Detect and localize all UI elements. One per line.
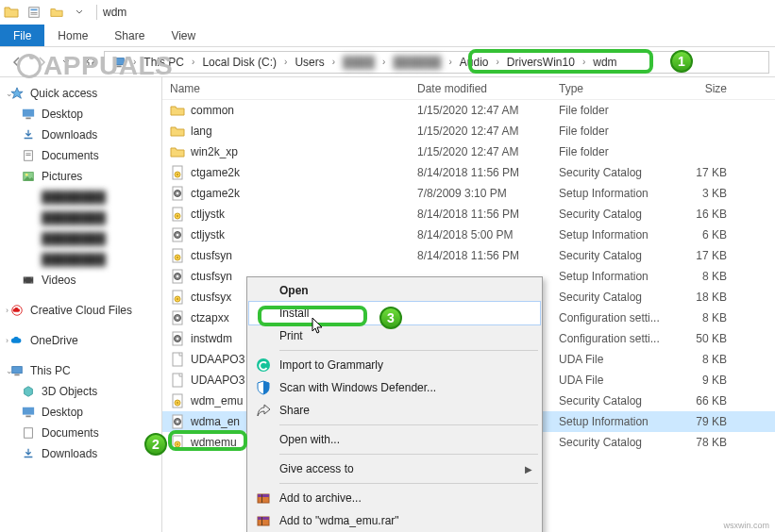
file-type: UDA File bbox=[559, 353, 680, 366]
sidebar-pictures[interactable]: Pictures bbox=[0, 166, 161, 187]
sidebar-downloads2[interactable]: Downloads bbox=[0, 443, 161, 464]
sidebar-desktop2[interactable]: Desktop bbox=[0, 402, 161, 423]
crumb-pc-icon[interactable] bbox=[107, 56, 131, 69]
col-name[interactable]: Name bbox=[162, 82, 417, 95]
sidebar-downloads[interactable]: Downloads bbox=[0, 125, 161, 145]
cm-open[interactable]: Open bbox=[249, 279, 540, 302]
table-row[interactable]: win2k_xp1/15/2020 12:47 AMFile folder bbox=[162, 141, 775, 162]
file-name: wdm_emu bbox=[191, 394, 243, 407]
crumb-redacted-2[interactable]: ██████ bbox=[387, 56, 446, 69]
crumb-thispc[interactable]: This PC bbox=[138, 56, 190, 69]
file-size: 3 KB bbox=[680, 187, 736, 200]
table-row[interactable]: lang1/15/2020 12:47 AMFile folder bbox=[162, 121, 775, 141]
svg-rect-52 bbox=[173, 374, 182, 387]
file-date: 8/14/2018 11:56 PM bbox=[417, 166, 559, 179]
svg-point-44 bbox=[177, 298, 178, 300]
chevron-down-icon[interactable]: ⌄ bbox=[6, 89, 13, 98]
file-size: 17 KB bbox=[680, 166, 736, 179]
file-type: File folder bbox=[559, 125, 680, 138]
file-type: Configuration setti... bbox=[559, 332, 680, 345]
file-type: File folder bbox=[559, 104, 680, 117]
tab-view[interactable]: View bbox=[158, 25, 209, 46]
desktop-icon bbox=[21, 107, 36, 122]
table-row[interactable]: ctljystk8/14/2018 5:00 PMSetup Informati… bbox=[162, 224, 775, 245]
sidebar-desktop[interactable]: Desktop bbox=[0, 104, 161, 125]
table-row[interactable]: ctgame2k7/8/2009 3:10 PMSetup Informatio… bbox=[162, 183, 775, 204]
sidebar-redacted-4[interactable]: ████████ bbox=[0, 249, 161, 270]
svg-rect-23 bbox=[25, 428, 33, 439]
table-row[interactable]: ctusfsyn8/14/2018 11:56 PMSecurity Catal… bbox=[162, 245, 775, 266]
sidebar-creativecloud[interactable]: ›Creative Cloud Files bbox=[0, 300, 161, 321]
svg-rect-22 bbox=[25, 416, 30, 418]
forward-button[interactable] bbox=[30, 51, 53, 74]
cm-openwith[interactable]: Open with... bbox=[249, 428, 540, 451]
file-name: common bbox=[191, 104, 234, 117]
annotation-badge-2: 2 bbox=[144, 433, 167, 456]
new-folder-icon[interactable] bbox=[49, 5, 64, 20]
file-icon bbox=[170, 373, 185, 388]
crumb-users[interactable]: Users bbox=[289, 56, 329, 69]
sidebar-documents[interactable]: Documents bbox=[0, 145, 161, 166]
svg-rect-14 bbox=[25, 277, 26, 278]
cm-share[interactable]: Share bbox=[249, 399, 540, 422]
file-icon bbox=[170, 207, 185, 222]
file-name: ctusfsyx bbox=[191, 291, 231, 304]
qat-dropdown-icon[interactable] bbox=[72, 5, 87, 20]
sidebar-redacted-1[interactable]: ████████ bbox=[0, 187, 161, 208]
col-date[interactable]: Date modified bbox=[417, 82, 559, 95]
chevron-down-icon[interactable]: ⌄ bbox=[6, 366, 13, 375]
sidebar-onedrive[interactable]: ›OneDrive bbox=[0, 330, 161, 351]
cm-giveaccess[interactable]: Give access to▶ bbox=[249, 457, 540, 480]
back-button[interactable] bbox=[6, 51, 28, 74]
svg-rect-67 bbox=[258, 517, 269, 520]
table-row[interactable]: ctljystk8/14/2018 11:56 PMSecurity Catal… bbox=[162, 204, 775, 224]
file-icon bbox=[170, 227, 185, 242]
cm-grammarly[interactable]: Import to Grammarly bbox=[249, 354, 540, 376]
svg-point-26 bbox=[177, 174, 178, 175]
sidebar-redacted-3[interactable]: ████████ bbox=[0, 228, 161, 249]
documents-icon bbox=[21, 148, 36, 163]
crumb-localdisk[interactable]: Local Disk (C:) bbox=[196, 56, 282, 69]
svg-point-12 bbox=[25, 174, 28, 176]
crumb-redacted[interactable]: ████ bbox=[337, 56, 380, 69]
file-icon bbox=[170, 331, 185, 346]
up-button[interactable] bbox=[79, 51, 102, 74]
downloads-icon bbox=[21, 446, 36, 461]
table-row[interactable]: common1/15/2020 12:47 AMFile folder bbox=[162, 100, 775, 121]
svg-rect-5 bbox=[116, 65, 121, 67]
cm-defender[interactable]: Scan with Windows Defender... bbox=[249, 376, 540, 399]
window-title: wdm bbox=[103, 6, 126, 19]
file-type: Security Catalog bbox=[559, 208, 680, 221]
properties-icon[interactable] bbox=[26, 5, 42, 20]
sidebar-documents2[interactable]: Documents bbox=[0, 423, 161, 443]
sidebar-3dobjects[interactable]: 3D Objects bbox=[0, 381, 161, 402]
tab-file[interactable]: File bbox=[0, 25, 44, 46]
file-date: 8/14/2018 11:56 PM bbox=[417, 249, 559, 262]
sidebar-redacted-2[interactable]: ████████ bbox=[0, 208, 161, 228]
sidebar-quick-access[interactable]: ⌄ Quick access bbox=[0, 83, 161, 104]
file-name: UDAAPO3 bbox=[191, 374, 244, 387]
svg-rect-16 bbox=[31, 277, 33, 278]
chevron-right-icon[interactable]: › bbox=[6, 336, 8, 345]
downloads-icon bbox=[21, 127, 36, 142]
cm-addrar[interactable]: Add to "wdma_emu.rar" bbox=[249, 509, 540, 532]
tab-share[interactable]: Share bbox=[101, 25, 158, 46]
table-row[interactable]: ctgame2k8/14/2018 11:56 PMSecurity Catal… bbox=[162, 162, 775, 183]
file-name: wdma_en bbox=[191, 415, 240, 428]
sidebar-videos[interactable]: Videos bbox=[0, 270, 161, 291]
3dobjects-icon bbox=[21, 384, 36, 399]
cm-addarchive[interactable]: Add to archive... bbox=[249, 487, 540, 509]
sidebar-thispc[interactable]: ⌄This PC bbox=[0, 360, 161, 381]
winrar-icon bbox=[255, 490, 272, 507]
file-type: Security Catalog bbox=[559, 436, 680, 449]
file-name: ctljystk bbox=[191, 208, 225, 221]
col-type[interactable]: Type bbox=[559, 82, 680, 95]
recent-button[interactable] bbox=[55, 51, 77, 74]
tab-home[interactable]: Home bbox=[44, 25, 101, 46]
nav-bar: › This PC › Local Disk (C:) › Users › ██… bbox=[0, 47, 775, 77]
file-icon bbox=[170, 269, 185, 284]
chevron-right-icon[interactable]: › bbox=[6, 306, 8, 315]
col-size[interactable]: Size bbox=[680, 82, 736, 95]
file-size: 9 KB bbox=[680, 374, 736, 387]
column-headers[interactable]: Name Date modified Type Size bbox=[162, 77, 775, 100]
